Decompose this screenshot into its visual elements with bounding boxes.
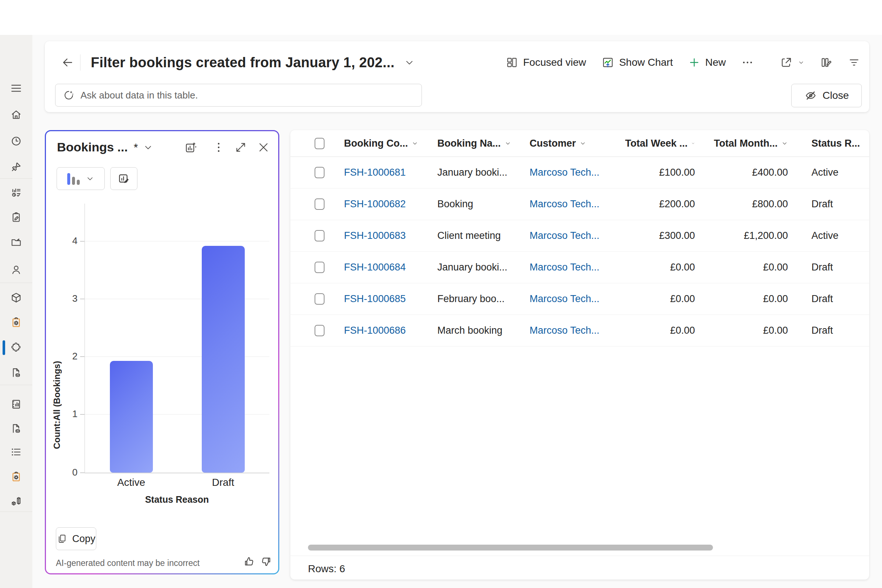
table-row[interactable]: FSH-1000681 January booki... Marcoso Tec… <box>290 157 869 189</box>
status: Draft <box>792 198 869 210</box>
bar-draft[interactable] <box>202 246 245 472</box>
row-checkbox[interactable] <box>315 198 324 210</box>
panel-more-button[interactable] <box>212 141 225 154</box>
new-button[interactable]: New <box>688 57 726 68</box>
sidebar-item-service-tasks[interactable] <box>0 469 32 485</box>
table-row[interactable]: FSH-1000686 March booking Marcoso Tech..… <box>290 315 869 346</box>
chevron-down-icon[interactable] <box>143 142 153 153</box>
edit-chart-button[interactable] <box>110 167 138 190</box>
table-row[interactable]: FSH-1000683 Client meeting Marcoso Tech.… <box>290 220 869 252</box>
close-panel-button[interactable] <box>257 141 270 154</box>
row-checkbox[interactable] <box>315 262 324 273</box>
table-row[interactable]: FSH-1000684 January booki... Marcoso Tec… <box>290 252 869 284</box>
thumbs-down-button[interactable] <box>260 555 272 568</box>
customer-link[interactable]: Marcoso Tech... <box>522 198 625 210</box>
booking-code-link[interactable]: FSH-1000682 <box>334 198 430 210</box>
booking-name: Client meeting <box>430 230 522 242</box>
copy-button[interactable]: Copy <box>56 527 96 550</box>
booking-code-link[interactable]: FSH-1000685 <box>334 293 430 304</box>
customer-link[interactable]: Marcoso Tech... <box>522 325 625 336</box>
row-checkbox[interactable] <box>315 293 324 304</box>
ai-chart-button[interactable] <box>184 141 197 154</box>
status: Draft <box>792 293 869 304</box>
column-header-status[interactable]: Status R... <box>792 138 869 149</box>
expand-panel-button[interactable] <box>234 141 248 154</box>
status: Active <box>792 230 869 242</box>
total-month: £0.00 <box>699 262 792 273</box>
ask-data-input[interactable]: Ask about data in this table. <box>55 84 422 106</box>
horizontal-scrollbar[interactable] <box>308 544 713 550</box>
booking-code-link[interactable]: FSH-1000686 <box>334 325 430 336</box>
sidebar-item-pinned[interactable] <box>0 159 32 175</box>
sidebar-item-invoices[interactable] <box>0 364 32 381</box>
sidebar-item-contacts[interactable] <box>0 262 32 278</box>
table-row[interactable]: FSH-1000685 February boo... Marcoso Tech… <box>290 284 869 315</box>
row-checkbox[interactable] <box>315 167 324 178</box>
booking-code-link[interactable]: FSH-1000683 <box>334 230 430 242</box>
y-tick-label: 2 <box>57 351 78 362</box>
unsaved-indicator: * <box>134 141 138 154</box>
close-icon <box>257 141 270 154</box>
thumbs-up-button[interactable] <box>243 555 255 568</box>
filter-button[interactable] <box>848 56 860 69</box>
bar-active[interactable] <box>110 361 153 472</box>
share-button[interactable] <box>780 56 804 69</box>
person-icon <box>10 264 22 276</box>
customer-link[interactable]: Marcoso Tech... <box>522 262 625 273</box>
sidebar-item-billing[interactable] <box>0 420 32 436</box>
chevron-down-icon <box>86 174 94 183</box>
home-icon <box>10 108 22 121</box>
pin-icon <box>10 160 22 173</box>
status: Active <box>792 167 869 178</box>
sidebar <box>0 35 32 588</box>
sidebar-item-files[interactable] <box>0 234 32 250</box>
more-commands-button[interactable] <box>741 56 754 69</box>
title-dropdown[interactable] <box>404 57 415 68</box>
sidebar-item-tasks[interactable] <box>0 210 32 226</box>
customer-link[interactable]: Marcoso Tech... <box>522 230 625 242</box>
sidebar-item-work-orders[interactable] <box>0 315 32 331</box>
sidebar-item-plugins-active[interactable] <box>0 340 32 356</box>
booking-code-link[interactable]: FSH-1000681 <box>334 167 430 178</box>
column-header-booking-code[interactable]: Booking Co... <box>334 138 430 149</box>
column-header-total-week[interactable]: Total Week ... <box>625 138 699 149</box>
close-button[interactable]: Close <box>791 84 862 107</box>
x-axis-title: Status Reason <box>84 494 269 505</box>
select-all-checkbox[interactable] <box>315 138 324 149</box>
edit-columns-button[interactable] <box>820 56 832 69</box>
bookings-table-card: Booking Co... Booking Na... Customer Tot… <box>290 130 869 579</box>
header-toolbar: Focused view Show Chart New <box>506 56 861 69</box>
focused-view-button[interactable]: Focused view <box>506 56 586 69</box>
show-chart-label: Show Chart <box>619 57 673 68</box>
list-icon <box>10 446 22 458</box>
sidebar-item-lists[interactable] <box>0 444 32 460</box>
row-checkbox[interactable] <box>315 325 324 336</box>
row-checkbox[interactable] <box>315 230 324 242</box>
booking-code-link[interactable]: FSH-1000684 <box>334 262 430 273</box>
total-month: £1,200.00 <box>699 230 792 242</box>
sidebar-item-reports[interactable] <box>0 396 32 412</box>
table-row[interactable]: FSH-1000682 Booking Marcoso Tech... £200… <box>290 189 869 220</box>
sidebar-item-dashboards[interactable] <box>0 184 32 201</box>
chevron-down-icon <box>691 140 695 147</box>
chart-type-selector[interactable] <box>57 167 105 190</box>
total-week: £0.00 <box>625 325 699 336</box>
thumbs-up-icon <box>243 555 255 568</box>
column-header-booking-name[interactable]: Booking Na... <box>430 138 522 149</box>
sidebar-item-recent[interactable] <box>0 133 32 149</box>
column-header-total-month[interactable]: Total Month... <box>699 138 792 149</box>
menu-button[interactable] <box>0 80 32 96</box>
column-header-customer[interactable]: Customer <box>522 138 625 149</box>
sidebar-item-home[interactable] <box>0 106 32 123</box>
show-chart-button[interactable]: Show Chart <box>602 56 673 69</box>
back-button[interactable] <box>60 54 76 70</box>
sidebar-item-assets[interactable] <box>0 493 32 509</box>
y-tick-label: 1 <box>57 408 78 420</box>
plus-icon <box>688 57 700 68</box>
sidebar-item-products[interactable] <box>0 290 32 306</box>
customer-link[interactable]: Marcoso Tech... <box>522 167 625 178</box>
customer-link[interactable]: Marcoso Tech... <box>522 293 625 304</box>
chevron-down-icon <box>412 140 418 147</box>
ellipsis-icon <box>741 56 754 69</box>
footer-divider <box>290 556 869 556</box>
